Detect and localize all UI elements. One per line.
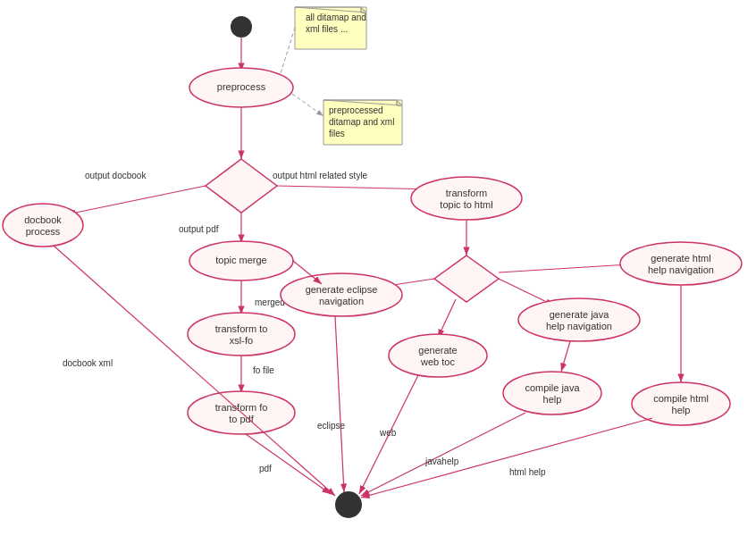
label-eclipse: eclipse <box>317 421 346 431</box>
label-transform-fopdf-1: transform fo <box>215 402 268 413</box>
label-transform-fopdf-2: to pdf <box>229 414 254 424</box>
label-topic-merge: topic merge <box>215 255 266 265</box>
arrow-diamond2-webtoc <box>438 299 456 338</box>
label-transform-xslfo-1: transform to <box>215 323 268 334</box>
label-compile-javahelp-1: compile java <box>525 382 580 393</box>
note-all-files: all ditamap and xml files ... <box>295 7 366 49</box>
label-fo-file: fo file <box>253 365 274 375</box>
svg-text:all ditamap and: all ditamap and <box>306 13 366 22</box>
label-compile-htmlhelp-1: compile html <box>653 393 709 404</box>
label-docbook-process-1: docbook <box>24 214 62 225</box>
label-htmlhelp: html help <box>509 467 546 477</box>
arrow-diamond-docbook <box>67 186 206 214</box>
label-generate-eclipse-2: navigation <box>319 296 364 306</box>
arrow-compilehtml-end <box>361 418 652 498</box>
label-generate-javahelp-1: generate java <box>550 309 610 320</box>
label-generate-htmlhelp-2: help navigation <box>648 264 714 275</box>
label-generate-javahelp-2: help navigation <box>546 321 612 331</box>
label-web: web <box>379 428 397 438</box>
note-preprocessed: preprocessed ditamap and xml files <box>323 100 402 145</box>
label-compile-htmlhelp-2: help <box>672 405 691 415</box>
label-docbook-process-2: process <box>26 226 61 237</box>
label-compile-javahelp-2: help <box>543 394 562 405</box>
label-output-html: output html related style <box>273 171 368 180</box>
label-transform-topichtml-1: transform <box>446 188 487 198</box>
label-preprocess: preprocess <box>217 81 266 92</box>
svg-text:xml files ...: xml files ... <box>306 24 348 34</box>
label-docbook-xml: docbook xml <box>63 358 113 368</box>
arrow-diamond-transformhtml <box>277 186 438 189</box>
label-generate-eclipse-1: generate eclipse <box>306 284 378 295</box>
arrow-preprocess-note <box>292 94 323 116</box>
label-output-docbook: output docbook <box>85 171 147 180</box>
label-generate-webtoc-2: web toc <box>420 356 455 367</box>
arrow-javahelp-compilejava <box>561 341 570 372</box>
svg-text:ditamap and xml: ditamap and xml <box>329 117 394 127</box>
svg-text:preprocessed: preprocessed <box>329 105 383 115</box>
label-transform-xslfo-2: xsl-fo <box>230 335 253 346</box>
end-node-inner <box>338 494 359 515</box>
label-generate-htmlhelp-1: generate html <box>651 253 710 264</box>
arrow-compilejava-end <box>361 413 525 496</box>
svg-text:files: files <box>329 129 345 138</box>
label-output-pdf: output pdf <box>179 224 219 234</box>
start-node <box>231 16 252 38</box>
label-pdf: pdf <box>259 464 272 473</box>
label-generate-webtoc-1: generate <box>418 345 457 356</box>
label-javahelp: javahelp <box>424 456 459 466</box>
node-diamond <box>206 159 277 213</box>
diagram-svg: all ditamap and xml files ... preprocess… <box>0 0 756 536</box>
node-diamond2 <box>434 255 499 302</box>
label-transform-topichtml-2: topic to html <box>440 199 492 210</box>
arrow-eclipse-end <box>335 316 344 492</box>
